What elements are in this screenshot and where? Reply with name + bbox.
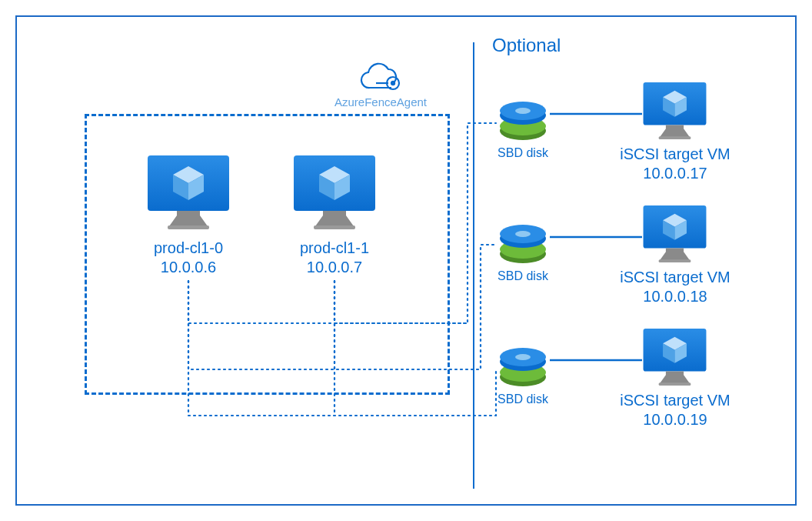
dotted-connectors: .dot { stroke:#0A6CCE; stroke-width:2.2;… — [0, 0, 812, 521]
diagram-canvas: Optional AzureFenceAgent prod-cl1-0 10.0… — [0, 0, 812, 521]
